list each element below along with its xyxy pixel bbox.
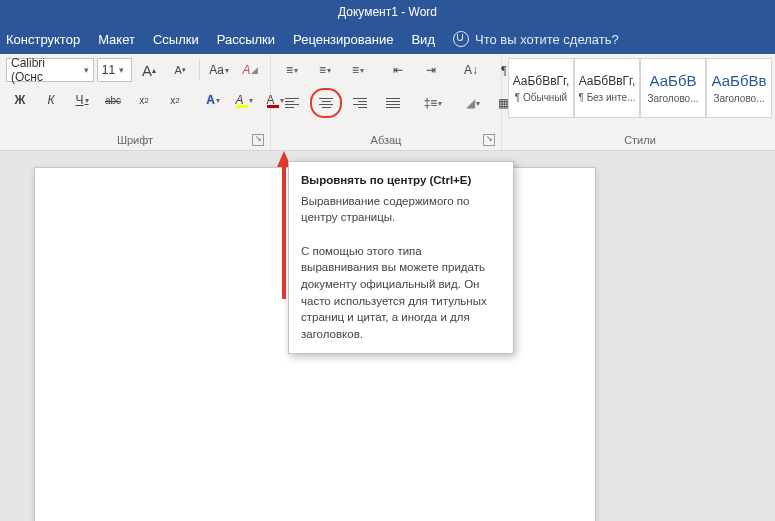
tooltip-title: Выровнять по центру (Ctrl+E) (301, 172, 501, 189)
align-right-icon (353, 98, 367, 108)
window-title: Документ1 - Word (0, 0, 775, 24)
increase-indent-button[interactable]: ⇥ (416, 58, 446, 82)
ribbon-tabs: Конструктор Макет Ссылки Рассылки Реценз… (0, 24, 775, 54)
group-styles-label: Стили (508, 131, 772, 150)
tab-layout[interactable]: Макет (98, 32, 135, 47)
tab-mailings[interactable]: Рассылки (217, 32, 275, 47)
sort-icon: A↓ (464, 63, 478, 77)
document-area: Выровнять по центру (Ctrl+E) Выравнивани… (0, 151, 775, 521)
font-launcher-icon[interactable]: ↘ (252, 134, 264, 146)
highlight-button[interactable]: A▾ (230, 88, 258, 112)
text-effects-button[interactable]: A▾ (199, 88, 227, 112)
group-paragraph: ≡▾ ≡▾ ≡▾ ⇤ ⇥ A↓ ¶ ‡≡▾ ◢▾ ▦▾ (271, 54, 502, 150)
tooltip-line2: С помощью этого типа выравнивания вы мож… (301, 243, 501, 343)
tab-links[interactable]: Ссылки (153, 32, 199, 47)
style-normal[interactable]: АаБбВвГг,¶ Обычный (508, 58, 574, 118)
bullets-button[interactable]: ≡▾ (277, 58, 307, 82)
shrink-font-button[interactable]: A▾ (166, 58, 194, 82)
group-font: Calibri (Оснс▾ 11▾ A▴ A▾ Aa▾ A◢ Ж К Ч▾ a… (0, 54, 271, 150)
italic-button[interactable]: К (37, 88, 65, 112)
align-center-icon (319, 98, 333, 108)
grow-font-button[interactable]: A▴ (135, 58, 163, 82)
align-center-button[interactable] (310, 88, 342, 118)
justify-icon (386, 98, 400, 108)
strikethrough-button[interactable]: abc (99, 88, 127, 112)
group-font-label: Шрифт↘ (6, 131, 264, 150)
justify-button[interactable] (378, 91, 408, 115)
tab-review[interactable]: Рецензирование (293, 32, 393, 47)
outdent-icon: ⇤ (393, 63, 403, 77)
shading-button[interactable]: ◢▾ (458, 91, 488, 115)
style-heading2[interactable]: АаБбВвЗаголово... (706, 58, 772, 118)
font-name-combo[interactable]: Calibri (Оснс▾ (6, 58, 94, 82)
subscript-button[interactable]: x2 (130, 88, 158, 112)
superscript-button[interactable]: x2 (161, 88, 189, 112)
tooltip-align-center: Выровнять по центру (Ctrl+E) Выравнивани… (288, 161, 514, 354)
tooltip-line1: Выравнивание содержимого по центру стран… (301, 193, 501, 226)
line-spacing-icon: ‡≡ (424, 96, 438, 110)
numbering-icon: ≡ (319, 63, 326, 77)
line-spacing-button[interactable]: ‡≡▾ (418, 91, 448, 115)
change-case-button[interactable]: Aa▾ (205, 58, 233, 82)
multilevel-icon: ≡ (352, 63, 359, 77)
group-styles: АаБбВвГг,¶ Обычный АаБбВвГг,¶ Без инте..… (502, 54, 775, 150)
tab-view[interactable]: Вид (411, 32, 435, 47)
underline-button[interactable]: Ч▾ (68, 88, 96, 112)
tell-me-label: Что вы хотите сделать? (475, 32, 619, 47)
style-no-spacing[interactable]: АаБбВвГг,¶ Без инте... (574, 58, 640, 118)
font-size-combo[interactable]: 11▾ (97, 58, 132, 82)
align-right-button[interactable] (345, 91, 375, 115)
style-heading1[interactable]: АаБбВЗаголово... (640, 58, 706, 118)
numbering-button[interactable]: ≡▾ (310, 58, 340, 82)
bullets-icon: ≡ (286, 63, 293, 77)
align-left-icon (285, 98, 299, 108)
indent-icon: ⇥ (426, 63, 436, 77)
para-launcher-icon[interactable]: ↘ (483, 134, 495, 146)
tell-me[interactable]: Что вы хотите сделать? (453, 31, 619, 47)
decrease-indent-button[interactable]: ⇤ (383, 58, 413, 82)
align-left-button[interactable] (277, 91, 307, 115)
clear-formatting-button[interactable]: A◢ (236, 58, 264, 82)
ribbon: Calibri (Оснс▾ 11▾ A▴ A▾ Aa▾ A◢ Ж К Ч▾ a… (0, 54, 775, 151)
shading-icon: ◢ (466, 96, 475, 110)
sort-button[interactable]: A↓ (456, 58, 486, 82)
bulb-icon (453, 31, 469, 47)
bold-button[interactable]: Ж (6, 88, 34, 112)
multilevel-button[interactable]: ≡▾ (343, 58, 373, 82)
tab-constructor[interactable]: Конструктор (6, 32, 80, 47)
group-paragraph-label: Абзац↘ (277, 131, 495, 150)
